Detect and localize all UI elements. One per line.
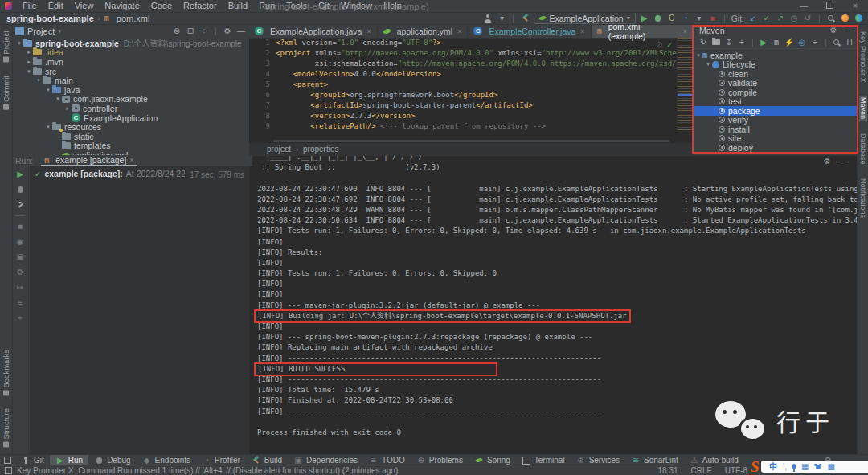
horizontal-scrollbar[interactable] bbox=[273, 140, 669, 142]
stripe-button-database[interactable]: Database bbox=[859, 132, 867, 166]
menu-code[interactable]: Code bbox=[145, 0, 178, 12]
maven-goal-verify[interactable]: verify bbox=[694, 116, 858, 125]
stripe-button-key-promoter-x[interactable]: Key Promoter X bbox=[859, 30, 867, 84]
gear-icon[interactable]: ⚙ bbox=[822, 157, 832, 166]
ime-toolbar[interactable]: S 中 ’, ▦ ▩ bbox=[761, 461, 868, 473]
editor-tab-exampleapplication-java[interactable]: CExampleApplication.java× bbox=[249, 24, 378, 38]
tree-item-com-jiaoxn-example[interactable]: ▾com.jiaoxn.example bbox=[12, 95, 249, 104]
tree-item-static[interactable]: static bbox=[12, 132, 249, 141]
stripe-button-structure[interactable]: Structure bbox=[2, 408, 10, 448]
maven-goal-install[interactable]: install bbox=[694, 125, 858, 134]
close-icon[interactable]: × bbox=[366, 27, 371, 35]
editor-tab-application-yml[interactable]: application.yml× bbox=[378, 24, 469, 38]
menu-refactor[interactable]: Refactor bbox=[178, 0, 223, 12]
analyzer-icon[interactable]: Π bbox=[845, 38, 854, 47]
plugin-orange-icon[interactable] bbox=[840, 14, 850, 23]
camera-icon[interactable]: ▣ bbox=[15, 252, 25, 262]
tree-item-templates[interactable]: templates bbox=[12, 141, 249, 151]
line-ending-indicator[interactable]: CRLF bbox=[691, 466, 712, 475]
menu-navigate[interactable]: Navigate bbox=[99, 0, 145, 12]
divide-icon[interactable]: ÷ bbox=[199, 27, 209, 36]
run-configuration-chip[interactable]: ExampleApplication▾ bbox=[534, 12, 635, 24]
editor-tab-examplecontroller-java[interactable]: CExampleController.java× bbox=[468, 24, 591, 38]
tree-item-main[interactable]: ▾main bbox=[12, 76, 249, 85]
gear-icon[interactable]: ⚙ bbox=[829, 26, 838, 35]
close-icon[interactable]: × bbox=[580, 27, 584, 35]
chevron-down-icon[interactable]: ▾ bbox=[44, 124, 52, 130]
chev-icon[interactable]: ▾ bbox=[694, 14, 704, 23]
maven-goal-test[interactable]: test bbox=[694, 97, 858, 107]
sogou-logo-icon[interactable]: S bbox=[751, 458, 760, 475]
ime-punctuation-icon[interactable]: ’, bbox=[783, 461, 787, 473]
profiler-icon[interactable]: ◔ bbox=[681, 14, 690, 23]
gear-dim-icon[interactable]: ⚙ bbox=[15, 268, 25, 277]
stripe-button-project[interactable]: Project bbox=[2, 31, 10, 63]
microphone-icon[interactable] bbox=[792, 464, 796, 469]
run-icon[interactable]: ▶ bbox=[759, 38, 768, 47]
chevron-down-icon[interactable]: ▾ bbox=[694, 52, 702, 59]
pin-icon[interactable]: ⌖ bbox=[15, 313, 25, 323]
chevron-down-icon[interactable]: ▾ bbox=[54, 96, 62, 102]
wrench-icon[interactable] bbox=[15, 200, 25, 210]
deps-icon[interactable]: ◎ bbox=[797, 38, 807, 47]
user-icon[interactable] bbox=[483, 14, 493, 23]
status-icon[interactable] bbox=[5, 467, 12, 474]
coverage-icon[interactable]: C bbox=[667, 14, 677, 23]
breadcrumb-tag[interactable]: properties bbox=[303, 145, 338, 154]
menu-edit[interactable]: Edit bbox=[43, 0, 69, 12]
maven-root-node[interactable]: ▾ m example bbox=[694, 51, 858, 60]
tree-item-src[interactable]: ▾src bbox=[12, 67, 249, 76]
chevron-right-icon[interactable]: ▸ bbox=[63, 105, 72, 112]
history-icon[interactable]: ◷ bbox=[789, 14, 799, 23]
chevron-down-icon[interactable]: ▾ bbox=[44, 87, 52, 93]
update-icon[interactable]: ↙ bbox=[748, 14, 758, 23]
plug-icon[interactable]: ⚡ bbox=[784, 38, 794, 47]
run-icon[interactable]: ▶ bbox=[640, 14, 649, 23]
breadcrumb-tag[interactable]: project bbox=[267, 145, 291, 154]
commit-icon[interactable]: ✓ bbox=[762, 14, 772, 23]
search-icon[interactable] bbox=[832, 38, 841, 47]
breadcrumb-file[interactable]: pom.xml bbox=[117, 14, 150, 23]
add-icon[interactable]: + bbox=[737, 38, 747, 47]
tree-item-controller[interactable]: ▸controller bbox=[12, 104, 249, 113]
close-icon[interactable]: × bbox=[683, 27, 687, 35]
eye-icon[interactable]: ◉ bbox=[15, 237, 25, 247]
collapse-icon[interactable]: ⊟ bbox=[186, 27, 195, 36]
skip-icon[interactable]: ÷ bbox=[810, 38, 820, 47]
menu-file[interactable]: File bbox=[17, 0, 43, 12]
minus-icon[interactable]: — bbox=[843, 26, 853, 35]
sync-icon[interactable] bbox=[711, 38, 721, 47]
chevron-down-icon[interactable]: ▾ bbox=[627, 14, 630, 22]
maven-goal-validate[interactable]: validate bbox=[694, 79, 858, 88]
chevron-right-icon[interactable]: ▸ bbox=[25, 59, 33, 65]
status-message[interactable]: Key Promoter X: Command Run missed 1 tim… bbox=[17, 466, 398, 475]
tree-item-resources[interactable]: ▾resources bbox=[12, 122, 249, 132]
locate-icon[interactable]: ⊗ bbox=[172, 27, 182, 36]
menu-view[interactable]: View bbox=[69, 0, 100, 12]
close-icon[interactable]: × bbox=[457, 27, 461, 35]
maven-goal-deploy[interactable]: deploy bbox=[694, 143, 858, 153]
keyboard-icon[interactable]: ▦ bbox=[801, 461, 809, 473]
skin-icon[interactable] bbox=[814, 464, 821, 469]
toolbox-icon[interactable]: ▩ bbox=[827, 461, 834, 473]
ime-language-icon[interactable]: 中 bbox=[769, 461, 777, 473]
chevron-down-icon[interactable]: ▾ bbox=[15, 40, 23, 47]
tree-item--mvn[interactable]: ▸.mvn bbox=[12, 57, 249, 67]
minimize-icon[interactable]: — bbox=[791, 0, 817, 12]
hammer-icon[interactable] bbox=[520, 14, 530, 23]
undo-icon[interactable]: ↺ bbox=[803, 14, 813, 23]
plugin-teal-icon[interactable] bbox=[854, 14, 863, 23]
run-tab[interactable]: m example [package] × bbox=[41, 155, 137, 166]
stripe-button-commit[interactable]: Commit bbox=[2, 76, 10, 110]
chevron-right-icon[interactable]: ▸ bbox=[25, 49, 33, 55]
stripe-button-bookmarks[interactable]: Bookmarks bbox=[2, 350, 10, 396]
code-area[interactable]: 1<?xml version="1.0" encoding="UTF-8"?>2… bbox=[249, 38, 678, 131]
exit-icon[interactable]: ↦ bbox=[15, 283, 25, 293]
run-icon[interactable]: ▶ bbox=[15, 170, 25, 179]
maven-m-icon[interactable]: m bbox=[772, 38, 781, 47]
maven-goal-site[interactable]: site bbox=[694, 134, 858, 144]
breadcrumb-project[interactable]: spring-boot-example bbox=[6, 14, 94, 23]
rt-stop-icon[interactable]: ■ bbox=[15, 222, 25, 231]
debug-grey-icon[interactable] bbox=[15, 185, 25, 195]
maven-goal-clean[interactable]: clean bbox=[694, 69, 858, 79]
